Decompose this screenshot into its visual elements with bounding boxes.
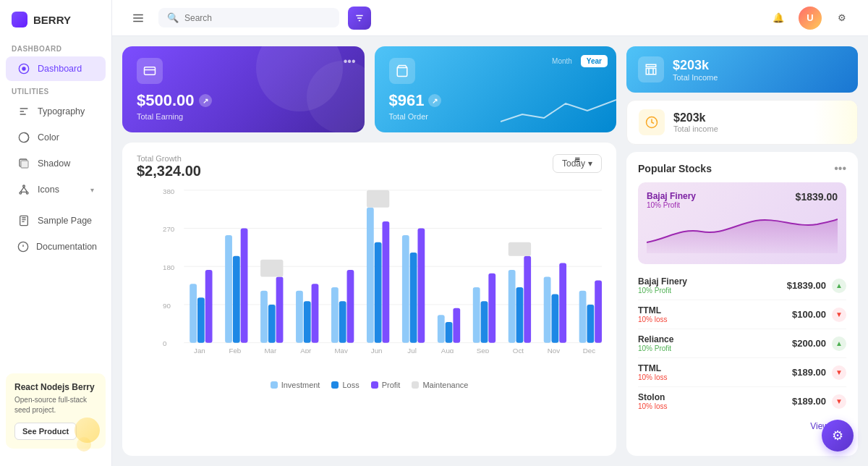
sidebar-item-color-label: Color: [38, 132, 59, 143]
svg-rect-38: [367, 208, 374, 343]
settings-fab-button[interactable]: ⚙: [822, 420, 854, 452]
earning-amount: $500.00 ↗: [137, 91, 350, 110]
stock-preview-amount: $1839.00: [796, 191, 838, 203]
legend-maintenance-label: Maintenance: [422, 381, 468, 389]
chart-amount: $2,324.00: [137, 163, 201, 179]
sidebar-item-dashboard-label: Dashboard: [38, 64, 82, 74]
chart-more-icon: ≡: [574, 154, 580, 165]
svg-rect-46: [446, 322, 453, 343]
ttml2-trend-icon: ▼: [832, 365, 846, 380]
stock-item-stolon: Stolon 10% loss $189.00 ▼: [638, 387, 846, 415]
svg-rect-40: [383, 221, 390, 343]
app-name: BERRY: [33, 14, 71, 26]
legend-loss-dot: [331, 381, 339, 389]
search-icon: 🔍: [167, 12, 179, 23]
month-year-toggle: Month Year: [546, 55, 608, 67]
shadow-icon: [17, 157, 30, 170]
view-all-button[interactable]: View All ›: [638, 421, 846, 431]
bar-chart: 380 270 180 90 0: [137, 187, 602, 375]
legend-profit-label: Profit: [382, 381, 401, 389]
legend-investment-dot: [271, 381, 278, 389]
svg-text:Nov: Nov: [548, 347, 561, 353]
sidebar-item-sample-page[interactable]: Sample Page: [6, 208, 106, 233]
svg-text:270: 270: [163, 225, 174, 233]
svg-text:Aug: Aug: [441, 347, 454, 353]
svg-rect-29: [268, 305, 276, 343]
legend-investment: Investment: [271, 381, 320, 389]
sidebar-item-documentation-label: Documentation: [36, 242, 97, 252]
earning-card-icon: [137, 58, 163, 84]
month-button[interactable]: Month: [546, 55, 578, 67]
svg-rect-43: [410, 253, 417, 343]
earning-trend-icon: ↗: [199, 94, 212, 107]
svg-text:0: 0: [163, 340, 166, 348]
chart-title: Total Growth: [137, 154, 201, 163]
svg-text:Mar: Mar: [264, 347, 277, 353]
earning-card-more-button[interactable]: •••: [344, 55, 356, 68]
svg-rect-25: [225, 235, 232, 343]
earning-card: ••• $500.00 ↗ Total Earning: [122, 46, 365, 132]
promo-see-product-button[interactable]: See Product: [14, 423, 77, 440]
year-button[interactable]: Year: [581, 55, 608, 67]
popular-stocks-card: Popular Stocks ••• Bajaj Finery 10% Prof…: [626, 152, 858, 456]
svg-text:Oct: Oct: [513, 347, 524, 353]
svg-rect-41: [367, 190, 389, 208]
income-top-label: Total Income: [673, 73, 718, 82]
sidebar-item-shadow[interactable]: Shadow: [6, 151, 106, 176]
svg-rect-59: [587, 305, 594, 343]
order-trend-icon: ↗: [428, 94, 441, 107]
svg-rect-26: [233, 256, 240, 343]
svg-rect-23: [197, 297, 205, 342]
svg-rect-58: [579, 291, 587, 343]
stocks-more-button[interactable]: •••: [834, 162, 846, 175]
stock-item-reliance: Reliance 10% Profit $200.00 ▲: [638, 329, 846, 358]
svg-rect-39: [375, 242, 382, 343]
svg-rect-34: [312, 284, 319, 342]
search-input[interactable]: [184, 13, 331, 23]
svg-rect-57: [559, 263, 566, 342]
sidebar-section-dashboard: Dashboard: [0, 39, 111, 56]
sidebar-item-shadow-label: Shadow: [38, 158, 70, 169]
filter-button[interactable]: [348, 7, 371, 30]
menu-toggle-button[interactable]: [127, 7, 150, 30]
main-area: 🔍 🔔 U ⚙ ••• $500.00: [112, 0, 868, 466]
user-avatar[interactable]: U: [799, 7, 822, 30]
sidebar-section-utilities: Utilities: [0, 82, 111, 98]
order-card: Month Year $961 ↗ Total Order: [375, 46, 617, 132]
sidebar-item-color[interactable]: Color: [6, 125, 106, 150]
svg-point-1: [22, 67, 25, 70]
svg-rect-47: [453, 308, 460, 343]
chart-card: Total Growth $2,324.00 Today ▾ ≡ 380 270…: [122, 143, 616, 456]
stock-chart-preview: Bajaj Finery 10% Profit $1839.00: [638, 182, 846, 264]
content-right: $203k Total Income $203k Total income Po…: [626, 46, 858, 456]
stats-row: ••• $500.00 ↗ Total Earning Month Year: [122, 46, 616, 132]
order-sparkline: [501, 89, 616, 132]
svg-rect-48: [473, 287, 480, 343]
sidebar-item-icons[interactable]: Icons ▾: [6, 177, 106, 202]
stock-item-ttml-1: TTML 10% loss $100.00 ▼: [638, 300, 846, 329]
bar-chart-svg: 380 270 180 90 0: [163, 187, 602, 353]
sidebar-item-documentation[interactable]: Documentation: [6, 234, 106, 259]
sidebar-item-typography[interactable]: Typography: [6, 99, 106, 124]
content-left: ••• $500.00 ↗ Total Earning Month Year: [122, 46, 616, 456]
header: 🔍 🔔 U ⚙: [112, 0, 868, 36]
sidebar: BERRY Dashboard Dashboard Utilities Typo…: [0, 0, 112, 466]
svg-rect-52: [516, 287, 524, 343]
svg-rect-45: [438, 315, 445, 342]
notification-bell-button[interactable]: 🔔: [767, 7, 790, 30]
svg-rect-10: [145, 67, 156, 75]
income-secondary-card: $203k Total income: [626, 100, 858, 145]
svg-rect-55: [544, 277, 551, 343]
svg-rect-54: [509, 242, 531, 256]
sidebar-item-dashboard[interactable]: Dashboard: [6, 56, 106, 81]
stock-preview-title: Bajaj Finery: [647, 191, 696, 201]
legend-loss: Loss: [331, 381, 359, 389]
income-secondary-amount: $203k: [673, 111, 718, 124]
settings-button[interactable]: ⚙: [830, 7, 854, 30]
legend-maintenance: Maintenance: [412, 381, 468, 389]
ttml1-trend-icon: ▼: [832, 308, 846, 322]
stolon-trend-icon: ▼: [832, 394, 846, 409]
svg-rect-28: [260, 291, 268, 343]
svg-text:Jul: Jul: [407, 347, 417, 353]
svg-text:May: May: [334, 347, 348, 353]
